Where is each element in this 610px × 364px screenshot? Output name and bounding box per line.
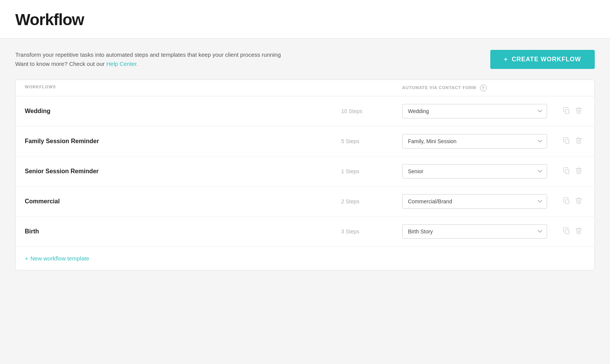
info-line1: Transform your repetitive tasks into aut… (15, 50, 281, 59)
workflows-table: WORKFLOWS AUTOMATE VIA CONTACT FORM ? We… (15, 80, 595, 270)
automate-help-icon: ? (480, 85, 487, 91)
contact-form-select[interactable]: Wedding Family Senior Commercial/Brand B… (402, 104, 547, 118)
add-new-label: New workflow template (30, 255, 89, 262)
table-row: Family Session Reminder 5 Steps Family, … (16, 126, 594, 156)
steps-count: 3 Steps (341, 228, 402, 235)
actions-cell (547, 137, 585, 146)
create-workflow-label: CREATE WORKFLOW (512, 56, 581, 63)
col-automate-header: AUTOMATE VIA CONTACT FORM ? (402, 85, 547, 91)
info-line2-prefix: Want to know more? Check out our (15, 61, 106, 67)
workflow-name: Wedding (25, 108, 341, 115)
contact-form-cell: Senior Wedding Family Commercial/Brand B… (402, 164, 547, 179)
contact-form-cell: Family, Mini Session Wedding Senior Comm… (402, 134, 547, 148)
info-line2: Want to know more? Check out our Help Ce… (15, 59, 281, 69)
steps-count: 2 Steps (341, 198, 402, 204)
actions-cell (547, 167, 585, 176)
info-text: Transform your repetitive tasks into aut… (15, 50, 281, 69)
add-new-row: + New workflow template (16, 247, 594, 270)
page-title: Workflow (15, 11, 595, 29)
steps-count: 1 Steps (341, 168, 402, 174)
add-new-plus-icon: + (25, 255, 28, 262)
add-new-workflow-button[interactable]: + New workflow template (25, 255, 89, 262)
help-center-link[interactable]: Help Center. (106, 61, 138, 67)
table-row: Senior Session Reminder 1 Steps Senior W… (16, 156, 594, 187)
delete-icon[interactable] (575, 227, 582, 236)
steps-count: 10 Steps (341, 108, 402, 114)
create-plus-icon: + (504, 56, 508, 63)
actions-cell (547, 197, 585, 206)
steps-count: 5 Steps (341, 138, 402, 144)
info-bar: Transform your repetitive tasks into aut… (15, 50, 595, 69)
contact-form-cell: Commercial/Brand Wedding Family Senior B… (402, 194, 547, 209)
svg-rect-2 (565, 169, 569, 174)
delete-icon[interactable] (575, 167, 582, 176)
contact-form-select[interactable]: Family, Mini Session Wedding Senior Comm… (402, 134, 547, 148)
delete-icon[interactable] (575, 107, 582, 116)
copy-icon[interactable] (563, 137, 570, 146)
copy-icon[interactable] (563, 197, 570, 206)
create-workflow-button[interactable]: + CREATE WORKFLOW (490, 50, 595, 69)
copy-icon[interactable] (563, 227, 570, 236)
workflow-name: Commercial (25, 198, 341, 205)
delete-icon[interactable] (575, 137, 582, 146)
table-row: Commercial 2 Steps Commercial/Brand Wedd… (16, 187, 594, 217)
svg-rect-0 (565, 109, 569, 113)
contact-form-select[interactable]: Birth Story Wedding Family Senior Commer… (402, 224, 547, 239)
contact-form-select[interactable]: Commercial/Brand Wedding Family Senior B… (402, 194, 547, 209)
workflow-name: Birth (25, 228, 341, 235)
actions-cell (547, 107, 585, 116)
contact-form-cell: Birth Story Wedding Family Senior Commer… (402, 224, 547, 239)
col-workflows-header: WORKFLOWS (25, 85, 341, 91)
svg-rect-1 (565, 139, 569, 144)
workflow-name: Senior Session Reminder (25, 168, 341, 175)
workflow-name: Family Session Reminder (25, 138, 341, 145)
svg-rect-3 (565, 200, 569, 204)
table-row: Wedding 10 Steps Wedding Family Senior C… (16, 96, 594, 126)
contact-form-select[interactable]: Senior Wedding Family Commercial/Brand B… (402, 164, 547, 179)
table-row: Birth 3 Steps Birth Story Wedding Family… (16, 217, 594, 247)
svg-rect-4 (565, 230, 569, 234)
contact-form-cell: Wedding Family Senior Commercial/Brand B… (402, 104, 547, 118)
col-steps-header (341, 85, 402, 91)
delete-icon[interactable] (575, 197, 582, 206)
actions-cell (547, 227, 585, 236)
copy-icon[interactable] (563, 167, 570, 176)
col-actions-header (547, 85, 585, 91)
copy-icon[interactable] (563, 107, 570, 116)
table-header: WORKFLOWS AUTOMATE VIA CONTACT FORM ? (16, 80, 594, 96)
